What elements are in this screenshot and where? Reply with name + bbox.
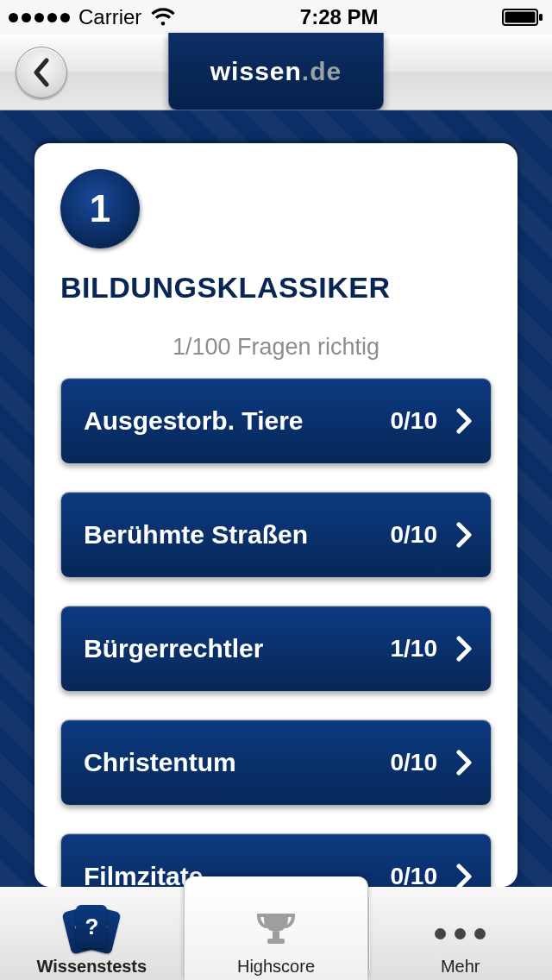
app-logo: wissen.de [168,33,384,110]
category-card: 1 BILDUNGSKLASSIKER 1/100 Fragen richtig… [34,143,518,887]
quiz-cards-icon: ??? [66,905,116,952]
page-title: BILDUNGSKLASSIKER [60,271,391,305]
topic-row[interactable]: Bürgerrechtler 1/10 [60,606,492,692]
svg-rect-3 [273,932,279,939]
page-subtitle: 1/100 Fragen richtig [60,334,492,361]
tab-label: Highscore [237,957,315,977]
topic-row[interactable]: Ausgestorb. Tiere 0/10 [60,378,492,464]
battery-icon [502,9,543,26]
topic-list: Ausgestorb. Tiere 0/10 Berühmte Straßen … [60,378,492,887]
chevron-left-icon [32,58,51,87]
chevron-right-icon [456,522,472,548]
back-button[interactable] [16,47,67,98]
topic-label: Ausgestorb. Tiere [84,406,391,436]
topic-label: Berühmte Straßen [84,520,391,550]
logo-de: .de [302,57,342,85]
topic-score: 0/10 [391,863,438,887]
chevron-right-icon [456,864,472,887]
status-time: 7:28 PM [300,5,379,29]
status-bar: Carrier 7:28 PM [0,0,552,35]
signal-icon [9,13,70,22]
tabbar: ??? Wissenstests Highscore Mehr [0,887,552,980]
topic-label: Christentum [84,748,391,777]
wifi-icon [150,8,176,27]
chevron-right-icon [456,408,472,434]
card-stack: 1 BILDUNGSKLASSIKER 1/100 Fragen richtig… [34,143,518,887]
topic-score: 1/10 [391,635,438,663]
tab-label: Mehr [441,957,480,977]
logo-wissen: wissen [210,57,302,85]
chevron-right-icon [456,750,472,776]
topic-label: Bürgerrechtler [84,634,391,663]
tab-mehr[interactable]: Mehr [368,887,552,980]
svg-rect-2 [539,14,543,21]
tab-label: Wissenstests [37,957,147,977]
topic-score: 0/10 [391,749,438,776]
trophy-icon [254,907,298,952]
svg-rect-4 [267,939,285,944]
total-score-bubble: 1 [60,169,140,248]
topic-score: 0/10 [391,521,438,549]
chevron-right-icon [456,636,472,662]
content-area: 1 BILDUNGSKLASSIKER 1/100 Fragen richtig… [0,110,552,887]
navbar: wissen.de [0,35,552,110]
total-score-value: 1 [90,187,110,230]
topic-row[interactable]: Berühmte Straßen 0/10 [60,492,492,578]
tab-wissenstests[interactable]: ??? Wissenstests [0,887,184,980]
topic-score: 0/10 [391,407,438,435]
carrier-label: Carrier [78,5,141,29]
topic-row[interactable]: Christentum 0/10 [60,719,492,806]
svg-rect-1 [505,12,535,23]
more-icon [435,928,486,939]
tab-highscore[interactable]: Highscore [184,876,369,980]
